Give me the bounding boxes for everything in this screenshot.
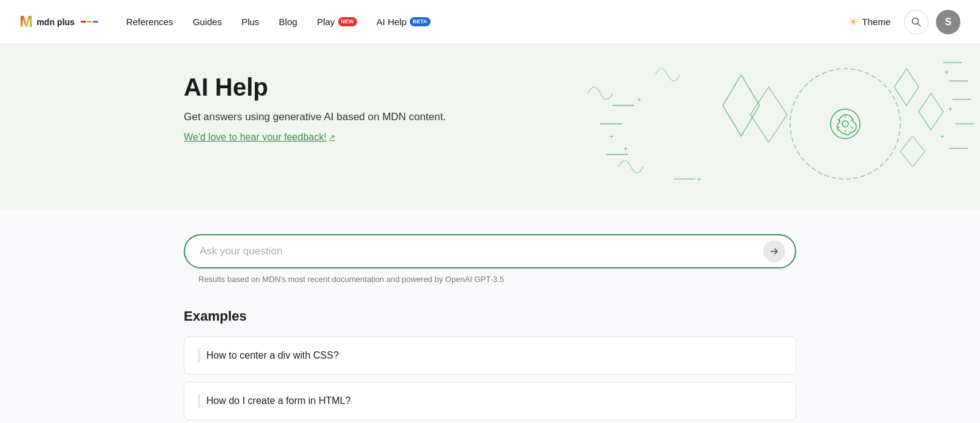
hero-decoration: + + + (551, 44, 980, 210)
svg-text:+: + (944, 68, 949, 77)
svg-line-1 (918, 23, 921, 26)
logo-decoration (81, 21, 98, 23)
svg-point-11 (831, 109, 860, 139)
nav-links: References Guides Plus Blog Play NEW AI … (118, 12, 842, 32)
main-content-area: Results based on MDN's most recent docum… (0, 210, 980, 423)
play-badge: NEW (338, 17, 357, 26)
nav-plus[interactable]: Plus (233, 12, 268, 32)
svg-text:+: + (697, 175, 701, 184)
nav-references[interactable]: References (118, 12, 182, 32)
page-title: AI Help (184, 74, 858, 101)
nav-play[interactable]: Play NEW (308, 12, 365, 32)
examples-section: Examples How to center a div with CSS? H… (184, 308, 796, 423)
openai-logo (831, 109, 860, 139)
nav-right: ☀ Theme S (842, 10, 960, 34)
example-item-0[interactable]: How to center a div with CSS? (184, 337, 796, 375)
nav-ai-help[interactable]: AI Help BETA (368, 12, 439, 32)
arrow-right-icon (769, 246, 779, 256)
sun-icon: ☀ (848, 15, 858, 29)
card-bar-1 (198, 394, 200, 408)
svg-text:+: + (624, 145, 628, 153)
svg-text:+: + (940, 132, 944, 141)
card-bar-0 (198, 348, 200, 363)
nav-guides[interactable]: Guides (184, 12, 231, 32)
svg-line-14 (851, 119, 853, 121)
search-submit-button[interactable] (763, 240, 785, 262)
theme-label: Theme (862, 17, 891, 27)
search-section: Results based on MDN's most recent docum… (184, 234, 796, 284)
logo-letter: M (20, 12, 33, 31)
nav-guides-label: Guides (193, 17, 222, 27)
logo-name: mdn plus (37, 17, 75, 27)
nav-blog-label: Blog (279, 17, 297, 27)
search-hint: Results based on MDN's most recent docum… (198, 275, 796, 284)
nav-blog[interactable]: Blog (270, 12, 306, 32)
svg-line-15 (851, 126, 853, 129)
search-bar (184, 234, 796, 269)
theme-button[interactable]: ☀ Theme (842, 12, 897, 32)
example-item-1[interactable]: How do I create a form in HTML? (184, 382, 796, 420)
feedback-link[interactable]: We'd love to hear your feedback! ↗ (184, 132, 335, 143)
example-text-0: How to center a div with CSS? (206, 350, 339, 361)
examples-title: Examples (184, 308, 796, 324)
external-link-icon: ↗ (329, 133, 335, 142)
svg-line-17 (837, 126, 840, 129)
feedback-link-text: We'd love to hear your feedback! (184, 132, 326, 143)
ai-help-badge: BETA (410, 17, 431, 26)
main-content: + + + (0, 44, 980, 423)
svg-point-12 (842, 121, 848, 127)
nav-play-label: Play (317, 17, 334, 27)
svg-marker-19 (894, 69, 919, 105)
main-nav: M mdn plus References Guides Plus Blog P… (0, 0, 980, 44)
hero-section: + + + (0, 44, 980, 210)
search-input[interactable] (200, 245, 763, 257)
search-button[interactable] (904, 10, 929, 34)
svg-marker-20 (919, 93, 943, 130)
svg-marker-21 (900, 136, 925, 167)
nav-ai-help-label: AI Help (377, 17, 407, 27)
svg-text:+: + (948, 105, 952, 113)
search-icon (911, 17, 921, 27)
logo-link[interactable]: M mdn plus (20, 12, 98, 31)
nav-plus-label: Plus (241, 17, 259, 27)
svg-text:+: + (609, 132, 614, 141)
user-avatar[interactable]: S (936, 10, 960, 34)
hero-description: Get answers using generative AI based on… (184, 111, 490, 123)
avatar-letter: S (945, 17, 952, 28)
nav-references-label: References (126, 17, 173, 27)
example-text-1: How do I create a form in HTML? (206, 395, 351, 406)
svg-line-18 (837, 119, 840, 121)
